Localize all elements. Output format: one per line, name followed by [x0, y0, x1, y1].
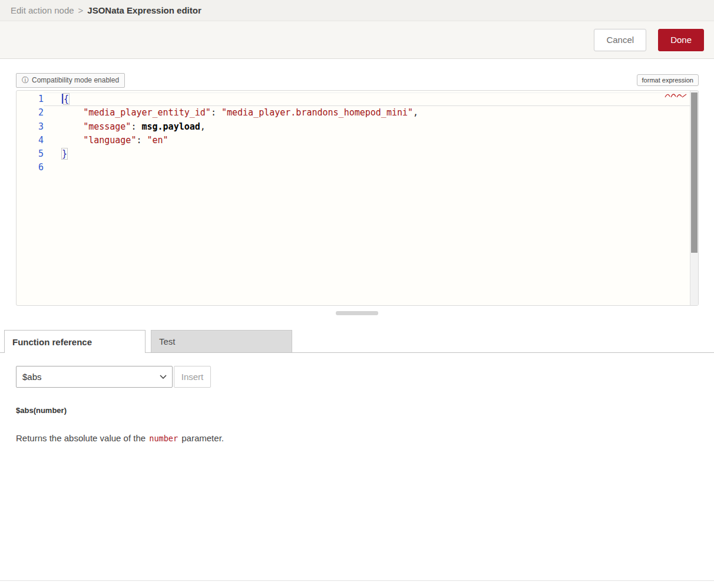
code-line[interactable]: 1{: [16, 93, 690, 106]
line-number[interactable]: 3: [16, 120, 44, 134]
tab-label: Test: [159, 336, 176, 346]
inline-code: number: [148, 434, 179, 443]
code-line[interactable]: 4 "language": "en": [16, 134, 690, 147]
code-text: }: [44, 147, 690, 161]
line-number[interactable]: 6: [16, 161, 44, 174]
code-line[interactable]: 6: [16, 161, 690, 174]
code-text: "media_player_entity_id": "media_player.…: [44, 106, 690, 120]
dialog-action-bar: Cancel Done: [0, 21, 714, 59]
function-description: Returns the absolute value of the number…: [16, 433, 698, 443]
description-text: parameter.: [179, 433, 224, 443]
code-token: "language": [83, 135, 136, 146]
editor-error-annotation: [664, 92, 687, 99]
insert-button[interactable]: Insert: [174, 366, 211, 388]
code-token: msg.payload: [141, 121, 200, 132]
compatibility-mode-label: Compatibility mode enabled: [32, 76, 119, 84]
page-title: JSONata Expression editor: [87, 5, 201, 15]
compatibility-mode-badge[interactable]: Compatibility mode enabled: [16, 73, 125, 88]
code-lines: 1{2 "media_player_entity_id": "media_pla…: [16, 93, 690, 305]
code-token: [62, 107, 83, 118]
editor-toolbar: Compatibility mode enabled format expres…: [16, 73, 699, 87]
code-line[interactable]: 5}: [16, 147, 690, 161]
bottom-divider: [0, 580, 714, 588]
panel-splitter[interactable]: [0, 306, 714, 320]
tab-test[interactable]: Test: [151, 330, 292, 352]
breadcrumb-parent[interactable]: Edit action node: [11, 5, 74, 15]
code-text: {: [44, 93, 690, 106]
description-text: Returns the absolute value of the: [16, 433, 148, 443]
tab-function-reference[interactable]: Function reference: [4, 330, 146, 353]
selected-function: $abs: [22, 372, 42, 382]
editor-scrollbar[interactable]: [690, 91, 698, 305]
function-reference-panel: $abs Insert $abs(number) Returns the abs…: [0, 353, 714, 580]
code-token: ,: [413, 107, 418, 118]
code-line[interactable]: 3 "message": msg.payload,: [16, 120, 690, 134]
function-signature: $abs(number): [16, 406, 698, 415]
format-expression-button[interactable]: format expression: [637, 74, 699, 86]
code-token: }: [62, 148, 67, 159]
code-token: "media_player_entity_id": [83, 107, 211, 118]
breadcrumb-separator: >: [78, 5, 84, 15]
code-token: :: [136, 135, 147, 146]
code-token: "media_player.brandons_homepod_mini": [222, 107, 413, 118]
code-token: [62, 135, 83, 146]
function-picker-row: $abs Insert: [16, 366, 698, 388]
cancel-button[interactable]: Cancel: [594, 29, 646, 51]
code-token: "en": [147, 135, 168, 146]
code-text: [44, 161, 690, 174]
line-number[interactable]: 4: [16, 134, 44, 147]
code-token: {: [64, 94, 69, 104]
editor-content: Compatibility mode enabled format expres…: [0, 59, 714, 588]
code-token: :: [211, 107, 222, 118]
code-text: "message": msg.payload,: [44, 120, 690, 134]
line-number[interactable]: 5: [16, 147, 44, 161]
code-token: "message": [83, 121, 131, 132]
function-select[interactable]: $abs: [16, 366, 173, 388]
code-line[interactable]: 2 "media_player_entity_id": "media_playe…: [16, 106, 690, 120]
breadcrumb: Edit action node > JSONata Expression ed…: [0, 0, 714, 21]
line-number[interactable]: 1: [16, 93, 44, 106]
code-token: [62, 121, 83, 132]
info-icon: [22, 75, 29, 85]
tab-bar: Function reference Test: [0, 330, 714, 353]
code-text: "language": "en": [44, 134, 690, 147]
code-token: ,: [200, 121, 206, 132]
expression-editor[interactable]: 1{2 "media_player_entity_id": "media_pla…: [16, 90, 699, 306]
done-button[interactable]: Done: [658, 29, 704, 51]
text-cursor: [62, 94, 63, 104]
chevron-down-icon: [160, 375, 167, 379]
tab-label: Function reference: [12, 337, 92, 347]
splitter-grip[interactable]: [336, 311, 378, 315]
code-token: :: [131, 121, 141, 132]
scrollbar-thumb[interactable]: [691, 93, 698, 253]
line-number[interactable]: 2: [16, 106, 44, 120]
